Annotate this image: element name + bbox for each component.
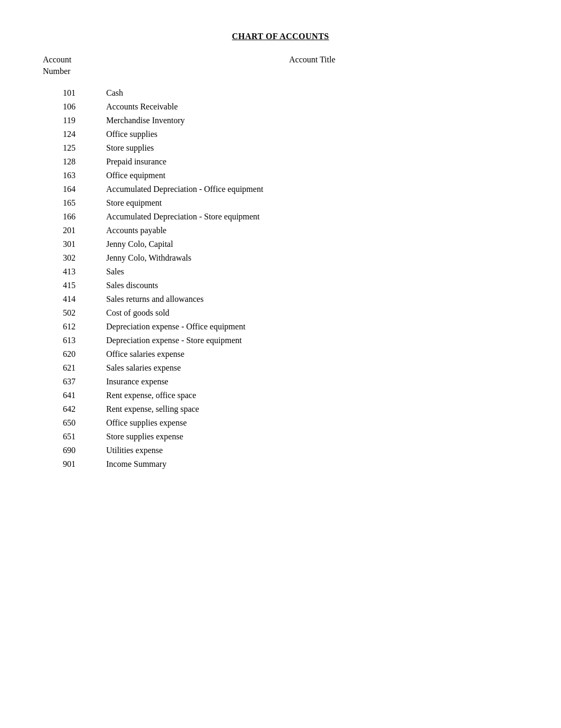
account-title-cell: Rent expense, selling space [106, 404, 518, 414]
account-title-cell: Accumulated Depreciation - Office equipm… [106, 185, 518, 194]
account-title-cell: Office salaries expense [106, 349, 518, 359]
account-number-cell: 163 [43, 171, 106, 180]
account-title-cell: Accounts payable [106, 226, 518, 235]
table-row: 163Office equipment [43, 169, 518, 182]
table-row: 101Cash [43, 86, 518, 100]
account-number-cell: 415 [43, 281, 106, 290]
table-row: 650Office supplies expense [43, 416, 518, 430]
account-number-cell: 301 [43, 239, 106, 249]
account-title-header: Account Title [106, 54, 518, 66]
account-title-cell: Jenny Colo, Withdrawals [106, 253, 518, 263]
account-title-cell: Office supplies expense [106, 418, 518, 428]
account-number-cell: 690 [43, 446, 106, 455]
table-header: Account Number Account Title [43, 54, 518, 78]
table-row: 690Utilities expense [43, 444, 518, 457]
account-title-cell: Depreciation expense - Office equipment [106, 322, 518, 331]
account-title-cell: Prepaid insurance [106, 157, 518, 167]
account-title-cell: Accounts Receivable [106, 102, 518, 112]
account-number-cell: 413 [43, 267, 106, 277]
account-title-cell: Sales returns and allowances [106, 294, 518, 304]
account-number-cell: 201 [43, 226, 106, 235]
account-number-cell: 642 [43, 404, 106, 414]
account-number-cell: 125 [43, 143, 106, 153]
table-row: 201Accounts payable [43, 224, 518, 237]
account-title-cell: Store supplies [106, 143, 518, 153]
account-number-cell: 164 [43, 185, 106, 194]
accounts-table: 101Cash106Accounts Receivable119Merchand… [43, 86, 518, 471]
table-row: 128Prepaid insurance [43, 155, 518, 169]
table-row: 637Insurance expense [43, 375, 518, 389]
account-number-cell: 620 [43, 349, 106, 359]
account-number-cell: 901 [43, 459, 106, 469]
table-row: 165Store equipment [43, 196, 518, 210]
account-title-cell: Merchandise Inventory [106, 116, 518, 125]
table-row: 124Office supplies [43, 127, 518, 141]
table-row: 125Store supplies [43, 141, 518, 155]
table-row: 641Rent expense, office space [43, 389, 518, 402]
account-title-cell: Cash [106, 88, 518, 98]
account-title-cell: Office supplies [106, 130, 518, 139]
account-title-cell: Rent expense, office space [106, 391, 518, 400]
table-row: 901Income Summary [43, 457, 518, 471]
account-title-cell: Accumulated Depreciation - Store equipme… [106, 212, 518, 222]
account-number-cell: 613 [43, 336, 106, 345]
account-number-cell: 641 [43, 391, 106, 400]
account-number-header: Account Number [43, 54, 106, 78]
table-row: 119Merchandise Inventory [43, 114, 518, 127]
account-number-cell: 128 [43, 157, 106, 167]
page-title: CHART OF ACCOUNTS [43, 32, 518, 41]
table-row: 621Sales salaries expense [43, 361, 518, 375]
account-title-cell: Jenny Colo, Capital [106, 239, 518, 249]
account-title-cell: Depreciation expense - Store equipment [106, 336, 518, 345]
table-row: 164Accumulated Depreciation - Office equ… [43, 182, 518, 196]
account-number-cell: 119 [43, 116, 106, 125]
account-title-cell: Sales [106, 267, 518, 277]
account-title-cell: Store equipment [106, 198, 518, 208]
account-number-cell: 124 [43, 130, 106, 139]
account-title-cell: Store supplies expense [106, 432, 518, 441]
table-row: 106Accounts Receivable [43, 100, 518, 114]
account-number-cell: 651 [43, 432, 106, 441]
account-title-cell: Utilities expense [106, 446, 518, 455]
table-row: 413Sales [43, 265, 518, 279]
account-title-cell: Cost of goods sold [106, 308, 518, 318]
table-row: 302Jenny Colo, Withdrawals [43, 251, 518, 265]
account-number-cell: 165 [43, 198, 106, 208]
account-number-cell: 106 [43, 102, 106, 112]
page-container: CHART OF ACCOUNTS Account Number Account… [43, 21, 518, 471]
table-row: 642Rent expense, selling space [43, 402, 518, 416]
account-title-cell: Income Summary [106, 459, 518, 469]
table-row: 502Cost of goods sold [43, 306, 518, 320]
table-row: 651Store supplies expense [43, 430, 518, 444]
account-title-cell: Sales discounts [106, 281, 518, 290]
table-row: 613Depreciation expense - Store equipmen… [43, 334, 518, 347]
account-title-cell: Sales salaries expense [106, 363, 518, 373]
table-row: 620Office salaries expense [43, 347, 518, 361]
table-row: 301Jenny Colo, Capital [43, 237, 518, 251]
account-title-cell: Insurance expense [106, 377, 518, 386]
account-number-cell: 612 [43, 322, 106, 331]
account-title-cell: Office equipment [106, 171, 518, 180]
account-number-cell: 637 [43, 377, 106, 386]
table-row: 612Depreciation expense - Office equipme… [43, 320, 518, 334]
account-number-cell: 650 [43, 418, 106, 428]
account-number-cell: 621 [43, 363, 106, 373]
account-number-cell: 302 [43, 253, 106, 263]
account-number-cell: 414 [43, 294, 106, 304]
table-row: 415Sales discounts [43, 279, 518, 292]
table-row: 414Sales returns and allowances [43, 292, 518, 306]
account-number-cell: 502 [43, 308, 106, 318]
account-number-cell: 166 [43, 212, 106, 222]
table-row: 166Accumulated Depreciation - Store equi… [43, 210, 518, 224]
account-number-cell: 101 [43, 88, 106, 98]
